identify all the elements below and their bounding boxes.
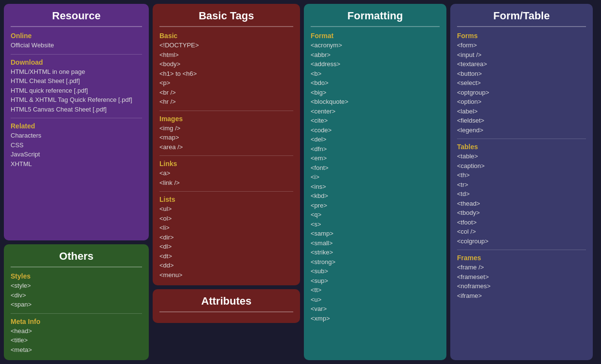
format-item-0[interactable]: <acronym> (311, 41, 440, 50)
lists-item-3[interactable]: <dir> (159, 233, 293, 242)
format-item-21[interactable]: <small> (311, 238, 440, 248)
format-item-16[interactable]: <kbd> (311, 191, 440, 201)
format-item-22[interactable]: <strike> (311, 248, 440, 257)
basic-item-2[interactable]: <body> (159, 59, 293, 69)
format-item-5[interactable]: <big> (311, 88, 440, 98)
tables-item-1[interactable]: <caption> (457, 161, 586, 171)
styles-item-2[interactable]: <span> (11, 300, 142, 309)
format-item-3[interactable]: <b> (311, 69, 440, 79)
tables-item-7[interactable]: <tfoot> (457, 218, 586, 227)
online-item-official[interactable]: Official Website (11, 41, 142, 50)
download-item-3[interactable]: HTML & XHTML Tag Quick Reference [.pdf] (11, 95, 142, 105)
tables-item-0[interactable]: <table> (457, 152, 586, 161)
forms-item-0[interactable]: <form> (457, 41, 586, 50)
meta-section-title[interactable]: Meta Info (11, 318, 142, 325)
lists-item-1[interactable]: <ol> (159, 214, 293, 224)
images-item-2[interactable]: <area /> (159, 142, 293, 152)
forms-item-6[interactable]: <option> (457, 97, 586, 107)
format-item-4[interactable]: <bdo> (311, 78, 440, 88)
download-item-2[interactable]: HTML quick reference [.pdf] (11, 86, 142, 96)
lists-item-0[interactable]: <ul> (159, 204, 293, 214)
format-item-1[interactable]: <abbr> (311, 50, 440, 60)
format-item-11[interactable]: <dfn> (311, 144, 440, 154)
tables-item-6[interactable]: <tbody> (457, 208, 586, 218)
basic-item-6[interactable]: <hr /> (159, 97, 293, 107)
format-item-13[interactable]: <font> (311, 163, 440, 173)
forms-section-title[interactable]: Forms (457, 32, 586, 40)
meta-item-0[interactable]: <head> (11, 326, 142, 336)
images-section-title[interactable]: Images (159, 115, 293, 123)
format-item-28[interactable]: <var> (311, 304, 440, 314)
styles-section-title[interactable]: Styles (11, 272, 142, 280)
related-item-1[interactable]: CSS (11, 140, 142, 150)
tables-item-8[interactable]: <col /> (457, 227, 586, 237)
styles-item-1[interactable]: <div> (11, 291, 142, 300)
format-item-20[interactable]: <samp> (311, 229, 440, 238)
tables-item-3[interactable]: <tr> (457, 180, 586, 190)
images-item-0[interactable]: <img /> (159, 124, 293, 133)
meta-item-2[interactable]: <meta> (11, 345, 142, 355)
frames-section-title[interactable]: Frames (457, 254, 586, 262)
forms-item-5[interactable]: <optgroup> (457, 88, 586, 98)
forms-item-9[interactable]: <legend> (457, 126, 586, 135)
lists-section-title[interactable]: Lists (159, 196, 293, 203)
format-item-15[interactable]: <ins> (311, 182, 440, 192)
format-item-7[interactable]: <center> (311, 107, 440, 116)
lists-item-7[interactable]: <menu> (159, 270, 293, 280)
forms-item-1[interactable]: <input /> (457, 50, 586, 60)
frames-item-3[interactable]: <iframe> (457, 291, 586, 301)
tables-item-4[interactable]: <td> (457, 189, 586, 199)
download-section-title[interactable]: Download (11, 58, 142, 66)
tables-item-2[interactable]: <th> (457, 170, 586, 180)
links-item-0[interactable]: <a> (159, 168, 293, 178)
format-item-17[interactable]: <pre> (311, 201, 440, 210)
related-item-0[interactable]: Characters (11, 131, 142, 140)
format-item-2[interactable]: <address> (311, 59, 440, 69)
basic-item-3[interactable]: <h1> to <h6> (159, 69, 293, 79)
basic-item-5[interactable]: <br /> (159, 88, 293, 98)
format-item-25[interactable]: <sup> (311, 276, 440, 286)
format-item-27[interactable]: <u> (311, 295, 440, 305)
related-item-3[interactable]: XHTML (11, 159, 142, 169)
format-item-29[interactable]: <xmp> (311, 314, 440, 323)
format-item-9[interactable]: <code> (311, 126, 440, 135)
forms-item-4[interactable]: <select> (457, 78, 586, 88)
format-item-24[interactable]: <sub> (311, 266, 440, 276)
meta-item-1[interactable]: <title> (11, 336, 142, 345)
lists-item-5[interactable]: <dt> (159, 252, 293, 261)
basic-item-4[interactable]: <p> (159, 78, 293, 88)
format-item-10[interactable]: <del> (311, 135, 440, 144)
links-item-1[interactable]: <link /> (159, 178, 293, 188)
format-item-18[interactable]: <q> (311, 210, 440, 220)
lists-item-4[interactable]: <dl> (159, 242, 293, 252)
forms-item-2[interactable]: <textarea> (457, 59, 586, 69)
online-section-title[interactable]: Online (11, 32, 142, 40)
frames-item-1[interactable]: <frameset> (457, 272, 586, 282)
format-section-title[interactable]: Format (311, 32, 440, 40)
format-item-19[interactable]: <s> (311, 220, 440, 229)
images-item-1[interactable]: <map> (159, 133, 293, 142)
basic-section-title[interactable]: Basic (159, 32, 293, 40)
forms-item-8[interactable]: <fieldset> (457, 116, 586, 126)
links-section-title[interactable]: Links (159, 160, 293, 168)
related-section-title[interactable]: Related (11, 122, 142, 130)
format-item-12[interactable]: <em> (311, 154, 440, 163)
basic-item-1[interactable]: <html> (159, 50, 293, 60)
styles-item-0[interactable]: <style> (11, 281, 142, 291)
format-item-26[interactable]: <tt> (311, 285, 440, 295)
format-item-23[interactable]: <strong> (311, 257, 440, 267)
lists-item-6[interactable]: <dd> (159, 261, 293, 270)
lists-item-2[interactable]: <li> (159, 223, 293, 233)
forms-item-7[interactable]: <label> (457, 107, 586, 116)
tables-item-9[interactable]: <colgroup> (457, 237, 586, 246)
format-item-8[interactable]: <cite> (311, 116, 440, 126)
tables-item-5[interactable]: <thead> (457, 199, 586, 209)
frames-item-0[interactable]: <frame /> (457, 263, 586, 272)
format-item-6[interactable]: <blockquote> (311, 97, 440, 107)
related-item-2[interactable]: JavaScript (11, 150, 142, 159)
format-item-14[interactable]: <i> (311, 172, 440, 182)
tables-section-title[interactable]: Tables (457, 143, 586, 151)
forms-item-3[interactable]: <button> (457, 69, 586, 79)
download-item-1[interactable]: HTML Cheat Sheet [.pdf] (11, 76, 142, 86)
frames-item-2[interactable]: <noframes> (457, 281, 586, 291)
